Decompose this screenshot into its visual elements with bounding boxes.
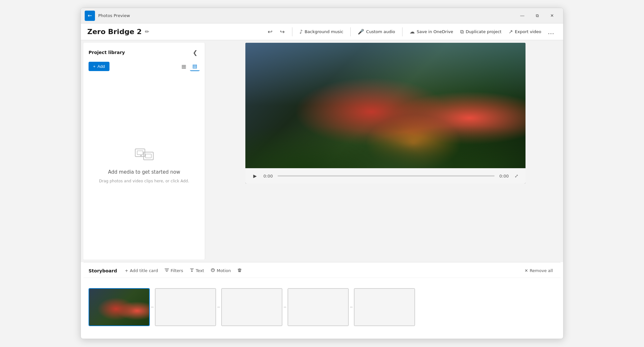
- remove-all-button[interactable]: ✕ Remove all: [522, 267, 555, 275]
- main-area: Project library ❮ + Add ▦ ▤: [81, 40, 563, 262]
- text-icon: [190, 268, 194, 273]
- video-smoke-overlay: [245, 43, 526, 105]
- track-item-thumbnail: [89, 289, 149, 325]
- video-container: ▶ 0:00 0:00 ⤢: [245, 43, 526, 184]
- storyboard-title-label: Storyboard: [89, 268, 117, 273]
- save-onedrive-label: Save in OneDrive: [417, 29, 453, 34]
- empty-title-label: Add media to get started now: [108, 169, 180, 175]
- add-icon: +: [93, 64, 96, 69]
- undo-button[interactable]: ↩: [264, 26, 276, 38]
- track-item[interactable]: [354, 288, 415, 326]
- track-item[interactable]: [288, 288, 349, 326]
- motion-icon: [211, 268, 215, 273]
- fullscreen-button[interactable]: ⤢: [513, 172, 520, 180]
- view-toggle: ▦ ▤: [179, 61, 200, 71]
- delete-icon: [237, 268, 242, 273]
- progress-bar[interactable]: [278, 175, 495, 177]
- storyboard-track[interactable]: [83, 278, 561, 336]
- project-title: Zero Bridge 2: [87, 28, 142, 36]
- track-connector: [350, 307, 353, 307]
- toolbar-actions: ↩ ↪ ♪ Background music 🎤 Custom audio ☁ …: [264, 26, 557, 38]
- filters-icon: [165, 268, 169, 273]
- onedrive-icon: ☁: [410, 29, 415, 35]
- play-icon: ▶: [253, 173, 257, 178]
- track-item-empty: [222, 289, 282, 325]
- svg-point-6: [211, 269, 214, 272]
- add-media-button[interactable]: + Add: [89, 62, 109, 71]
- main-toolbar: Zero Bridge 2 ✏ ↩ ↪ ♪ Background music 🎤…: [81, 23, 563, 40]
- storyboard-panel: Storyboard + Add title card Filters Te: [83, 262, 561, 336]
- storyboard-actions: + Add title card Filters Text: [122, 266, 244, 275]
- video-controls-bar: ▶ 0:00 0:00 ⤢: [245, 168, 526, 184]
- add-title-card-button[interactable]: + Add title card: [122, 267, 160, 275]
- background-music-label: Background music: [305, 29, 343, 34]
- track-item[interactable]: [155, 288, 216, 326]
- delete-clip-button[interactable]: [235, 266, 244, 275]
- track-item-empty: [288, 289, 348, 325]
- panel-header: Project library ❮: [89, 48, 200, 57]
- track-item[interactable]: [221, 288, 282, 326]
- motion-label: Motion: [217, 268, 231, 273]
- duplicate-project-button[interactable]: ⧉ Duplicate project: [457, 27, 505, 37]
- background-music-button[interactable]: ♪ Background music: [296, 27, 346, 37]
- fullscreen-icon: ⤢: [515, 173, 518, 178]
- add-label: Add: [98, 64, 105, 69]
- app-window: ← Photos Preview — ⧉ ✕ Zero Bridge 2 ✏ ↩…: [80, 8, 564, 339]
- edit-title-icon[interactable]: ✏: [145, 29, 149, 35]
- filters-button[interactable]: Filters: [162, 266, 186, 275]
- add-title-card-label: Add title card: [130, 268, 158, 273]
- track-connector: [217, 307, 220, 307]
- custom-audio-button[interactable]: 🎤 Custom audio: [355, 27, 398, 37]
- project-library-panel: Project library ❮ + Add ▦ ▤: [83, 43, 205, 260]
- app-name-label: Photos Preview: [98, 13, 130, 18]
- custom-audio-label: Custom audio: [366, 29, 395, 34]
- collapse-icon: ❮: [193, 49, 197, 56]
- toolbar-separator: [292, 27, 292, 36]
- empty-sub-label: Drag photos and video clips here, or cli…: [99, 179, 189, 183]
- grid-view-button[interactable]: ▦: [179, 61, 189, 71]
- list-view-button[interactable]: ▤: [190, 61, 200, 71]
- close-button[interactable]: ✕: [545, 11, 559, 21]
- minimize-button[interactable]: —: [515, 11, 530, 21]
- audio-icon: 🎤: [358, 29, 364, 35]
- video-preview[interactable]: [245, 43, 526, 168]
- back-icon: ←: [88, 13, 92, 19]
- duplicate-icon: ⧉: [460, 29, 464, 35]
- remove-all-icon: ✕: [525, 268, 528, 273]
- play-button[interactable]: ▶: [251, 171, 260, 180]
- video-preview-panel: ▶ 0:00 0:00 ⤢: [208, 40, 563, 262]
- export-icon: ↗: [508, 29, 513, 35]
- duplicate-project-label: Duplicate project: [466, 29, 501, 34]
- toolbar-separator-2: [350, 27, 351, 36]
- window-controls: — ⧉ ✕: [515, 11, 559, 21]
- titlebar: ← Photos Preview — ⧉ ✕: [81, 8, 563, 23]
- filters-label: Filters: [171, 268, 183, 273]
- storyboard-header: Storyboard + Add title card Filters Te: [83, 262, 561, 278]
- text-label: Text: [196, 268, 204, 273]
- track-item-empty: [355, 289, 414, 325]
- more-options-button[interactable]: …: [545, 26, 557, 38]
- toolbar-separator-3: [402, 27, 402, 36]
- svg-rect-1: [137, 151, 143, 155]
- motion-button[interactable]: Motion: [208, 266, 233, 275]
- current-time-label: 0:00: [263, 174, 274, 178]
- track-item[interactable]: [89, 288, 150, 326]
- collapse-panel-button[interactable]: ❮: [191, 48, 200, 57]
- redo-button[interactable]: ↪: [277, 26, 288, 38]
- add-title-icon: +: [125, 268, 128, 273]
- empty-media-icon: [135, 146, 154, 165]
- library-empty-state: Add media to get started now Drag photos…: [89, 75, 200, 254]
- export-video-button[interactable]: ↗ Export video: [505, 27, 545, 37]
- track-connector: [284, 307, 286, 307]
- export-video-label: Export video: [515, 29, 541, 34]
- music-icon: ♪: [299, 29, 303, 35]
- restore-button[interactable]: ⧉: [530, 11, 545, 21]
- save-onedrive-button[interactable]: ☁ Save in OneDrive: [406, 27, 456, 37]
- back-button[interactable]: ←: [85, 11, 95, 21]
- svg-rect-3: [146, 154, 151, 158]
- text-button[interactable]: Text: [187, 266, 207, 275]
- panel-toolbar: + Add ▦ ▤: [89, 61, 200, 71]
- remove-all-label: Remove all: [530, 268, 553, 273]
- track-item-empty: [156, 289, 215, 325]
- track-connector: [151, 307, 154, 307]
